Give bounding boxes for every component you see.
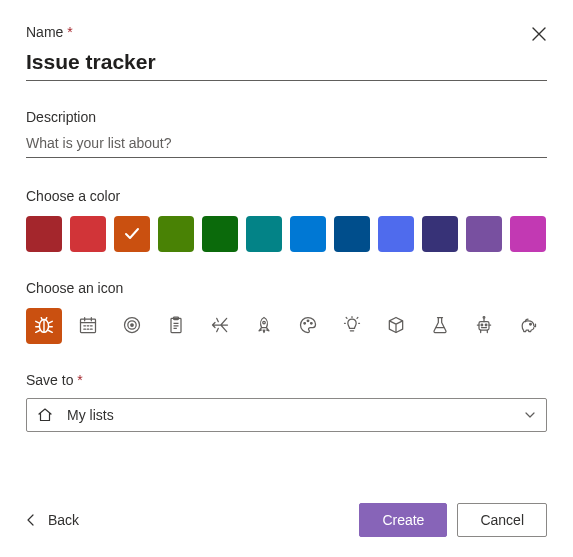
cube-icon bbox=[386, 315, 406, 338]
palette-icon bbox=[298, 315, 318, 338]
svg-point-12 bbox=[481, 324, 483, 326]
piggybank-icon bbox=[518, 315, 538, 338]
svg-point-7 bbox=[263, 321, 266, 324]
color-swatch-red[interactable] bbox=[70, 216, 106, 252]
color-swatch-pink[interactable] bbox=[510, 216, 546, 252]
color-swatch-indigo[interactable] bbox=[378, 216, 414, 252]
color-swatch-green[interactable] bbox=[158, 216, 194, 252]
icon-option-cube[interactable] bbox=[378, 308, 414, 344]
color-swatch-blue[interactable] bbox=[290, 216, 326, 252]
icon-option-bug[interactable] bbox=[26, 308, 62, 344]
calendar-icon bbox=[78, 315, 98, 338]
save-to-label: Save to bbox=[26, 372, 547, 388]
svg-point-4 bbox=[131, 323, 134, 326]
color-swatch-dark-red[interactable] bbox=[26, 216, 62, 252]
lightbulb-icon bbox=[342, 315, 362, 338]
color-swatch-navy[interactable] bbox=[422, 216, 458, 252]
target-icon bbox=[122, 315, 142, 338]
close-icon bbox=[532, 27, 546, 41]
svg-point-10 bbox=[311, 322, 313, 324]
icon-option-row bbox=[26, 308, 547, 344]
close-button[interactable] bbox=[527, 22, 551, 46]
svg-rect-11 bbox=[479, 321, 489, 329]
rocket-icon bbox=[254, 315, 274, 338]
robot-icon bbox=[474, 315, 494, 338]
color-swatch-teal[interactable] bbox=[246, 216, 282, 252]
back-button[interactable]: Back bbox=[26, 506, 79, 534]
svg-point-14 bbox=[530, 323, 532, 325]
description-input[interactable] bbox=[26, 131, 547, 158]
checkmark-icon bbox=[123, 225, 141, 243]
chevron-left-icon bbox=[26, 513, 36, 527]
chevron-down-icon bbox=[524, 409, 536, 421]
save-to-select[interactable]: My lists bbox=[26, 398, 547, 432]
icon-option-robot[interactable] bbox=[466, 308, 502, 344]
svg-point-9 bbox=[307, 320, 309, 322]
icon-option-airplane[interactable] bbox=[202, 308, 238, 344]
svg-point-8 bbox=[304, 322, 306, 324]
name-label: Name bbox=[26, 24, 547, 40]
airplane-icon bbox=[210, 315, 230, 338]
choose-icon-label: Choose an icon bbox=[26, 280, 547, 296]
svg-point-13 bbox=[485, 324, 487, 326]
icon-option-palette[interactable] bbox=[290, 308, 326, 344]
color-swatch-row bbox=[26, 216, 547, 252]
color-swatch-dark-blue[interactable] bbox=[334, 216, 370, 252]
color-swatch-purple[interactable] bbox=[466, 216, 502, 252]
save-to-selected-text: My lists bbox=[67, 407, 524, 423]
choose-color-label: Choose a color bbox=[26, 188, 547, 204]
icon-option-piggybank[interactable] bbox=[510, 308, 546, 344]
icon-option-target[interactable] bbox=[114, 308, 150, 344]
name-input[interactable] bbox=[26, 46, 547, 81]
clipboard-icon bbox=[166, 315, 186, 338]
beaker-icon bbox=[430, 315, 450, 338]
create-button[interactable]: Create bbox=[359, 503, 447, 537]
icon-option-beaker[interactable] bbox=[422, 308, 458, 344]
description-label: Description bbox=[26, 109, 547, 125]
icon-option-calendar[interactable] bbox=[70, 308, 106, 344]
color-swatch-dark-green[interactable] bbox=[202, 216, 238, 252]
back-button-label: Back bbox=[48, 512, 79, 528]
color-swatch-orange[interactable] bbox=[114, 216, 150, 252]
bug-icon bbox=[33, 314, 55, 339]
icon-option-rocket[interactable] bbox=[246, 308, 282, 344]
icon-option-clipboard[interactable] bbox=[158, 308, 194, 344]
home-icon bbox=[37, 407, 53, 423]
cancel-button[interactable]: Cancel bbox=[457, 503, 547, 537]
icon-option-lightbulb[interactable] bbox=[334, 308, 370, 344]
